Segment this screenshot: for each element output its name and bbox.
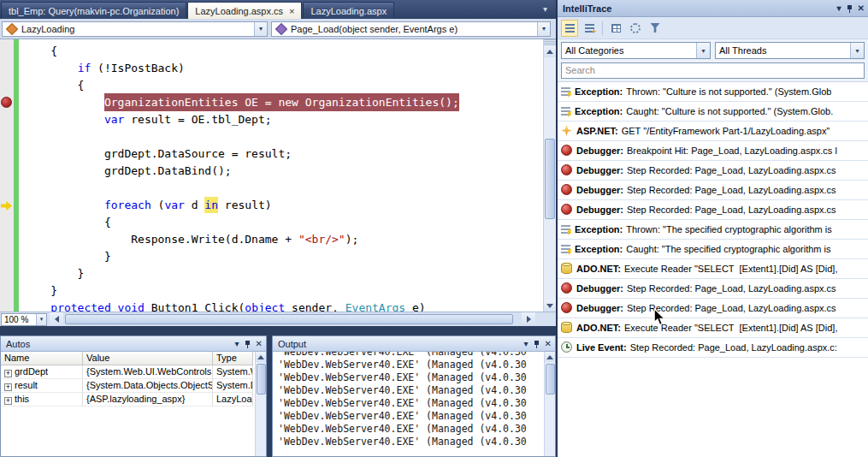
event-row[interactable]: Debugger:Step Recorded: Page_Load, LazyL…	[558, 181, 868, 200]
code-line[interactable]: foreach (var d in result)	[24, 197, 543, 214]
expander-icon[interactable]: +	[4, 397, 12, 405]
breakpoint-icon[interactable]	[1, 97, 12, 108]
output-vertical-scrollbar[interactable]	[544, 352, 555, 456]
autos-row[interactable]: +this{ASP.lazyloading_aspx}LazyLoad	[1, 393, 266, 407]
chevron-down-icon[interactable]: ▾	[537, 22, 550, 36]
show-calls-button[interactable]	[581, 20, 598, 37]
chevron-down-icon[interactable]: ▾	[696, 43, 710, 58]
document-tab[interactable]: LazyLoading.aspx.cs×	[187, 2, 302, 19]
scroll-up-button[interactable]	[545, 352, 555, 362]
expander-icon[interactable]: +	[4, 370, 12, 377]
code-line[interactable]: {	[24, 77, 543, 94]
code-line[interactable]	[24, 128, 543, 145]
autos-title-bar[interactable]: Autos ▾ ✕	[1, 336, 266, 352]
chevron-down-icon[interactable]: ▾	[850, 43, 864, 58]
code-line[interactable]: if (!IsPostBack)	[24, 60, 543, 77]
autos-column-header[interactable]: Value	[83, 352, 213, 365]
scroll-right-button[interactable]	[522, 312, 535, 326]
scroll-down-button[interactable]	[544, 300, 556, 312]
code-line[interactable]: }	[24, 265, 543, 282]
event-row[interactable]: ASP.NET:GET "/EntityFramework Part-1/Laz…	[558, 122, 868, 141]
code-line[interactable]: {	[24, 43, 543, 60]
scroll-left-button[interactable]	[50, 312, 63, 326]
event-row[interactable]: Exception:Caught: "The specified cryptog…	[558, 240, 868, 259]
autos-row[interactable]: +result{System.Data.Objects.ObjectSSyste…	[1, 379, 266, 393]
code-text: {	[24, 45, 57, 57]
splitter-grip[interactable]	[544, 39, 556, 45]
pin-icon[interactable]	[245, 340, 251, 348]
scrollbar-thumb[interactable]	[546, 364, 555, 395]
code-editor[interactable]: { if (!IsPostBack) { OrganizationEntitie…	[0, 39, 556, 312]
code-line[interactable]	[24, 180, 543, 197]
code-lines[interactable]: { if (!IsPostBack) { OrganizationEntitie…	[19, 39, 543, 312]
event-row[interactable]: Debugger:Step Recorded: Page_Load, LazyL…	[558, 200, 868, 220]
event-text: Thrown: "The specified cryptographic alg…	[626, 224, 832, 234]
event-text: Breakpoint Hit: Page_Load, LazyLoading.a…	[627, 145, 837, 156]
chevron-down-icon[interactable]: ▾	[254, 22, 267, 36]
scrollbar-thumb[interactable]	[65, 314, 513, 324]
output-line: 'WebDev.WebServer40.EXE' (Managed (v4.0.…	[278, 384, 544, 397]
zoom-dropdown[interactable]: 100 % ▾	[1, 313, 47, 326]
code-line[interactable]: grdDept.DataBind();	[24, 163, 543, 180]
filter-button[interactable]	[647, 20, 664, 37]
intellitrace-title-bar[interactable]: IntelliTrace ▾ ✕	[558, 0, 868, 17]
event-row[interactable]: Live Event:Step Recorded: Page_Load, Laz…	[558, 338, 868, 358]
settings-button[interactable]	[627, 20, 644, 37]
types-dropdown-value: LazyLoading	[21, 24, 74, 34]
scrollbar-thumb[interactable]	[545, 139, 555, 219]
tab-overflow-chevron-icon[interactable]: ▾	[543, 4, 547, 14]
close-tab-icon[interactable]: ×	[289, 7, 294, 15]
code-line[interactable]: }	[24, 282, 543, 300]
pin-icon[interactable]	[534, 340, 540, 348]
output-body[interactable]: 'WebDev.WebServer40.EXE' (Managed (v4.0.…	[273, 352, 544, 456]
code-line[interactable]: OrganizationEntities OE = new Organizati…	[24, 94, 543, 111]
document-tab[interactable]: tbl_Emp: Query(makvin-pc.Organization)	[1, 2, 186, 19]
autos-column-header[interactable]: Type	[213, 352, 253, 365]
event-row[interactable]: Exception:Caught: "Culture is not suppor…	[558, 102, 868, 122]
code-line[interactable]: {	[24, 214, 543, 231]
close-icon[interactable]: ✕	[545, 339, 552, 348]
code-line[interactable]: }	[24, 248, 543, 265]
autos-column-header[interactable]: Name	[1, 352, 83, 365]
close-icon[interactable]: ✕	[858, 3, 865, 13]
code-line[interactable]: grdDept.DataSource = result;	[24, 145, 543, 163]
scrollbar-track[interactable]	[63, 312, 522, 326]
scroll-up-button[interactable]	[544, 45, 556, 57]
event-row[interactable]: Debugger:Step Recorded: Page_Load, LazyL…	[558, 299, 868, 318]
code-line[interactable]: protected void Button1_Click(object send…	[24, 300, 543, 312]
close-icon[interactable]: ✕	[256, 339, 263, 348]
code-line[interactable]: Response.Write(d.Dname + "<br/>");	[24, 231, 543, 248]
intellitrace-filters: All Categories ▾ All Threads ▾	[558, 39, 868, 61]
scrollbar-track[interactable]	[544, 57, 556, 300]
chevron-down-icon[interactable]: ▾	[837, 3, 841, 13]
show-events-button[interactable]	[561, 20, 578, 37]
scroll-up-button[interactable]	[256, 352, 266, 362]
event-row[interactable]: ADO.NET:Execute Reader "SELECT [Extent1]…	[558, 318, 868, 338]
expander-icon[interactable]: +	[4, 383, 12, 391]
types-dropdown[interactable]: LazyLoading ▾	[2, 21, 268, 37]
code-text	[24, 113, 104, 126]
event-row[interactable]: ADO.NET:Execute Reader "SELECT [Extent1]…	[558, 259, 868, 279]
breakpoint-margin[interactable]	[0, 39, 14, 312]
category-filter-dropdown[interactable]: All Categories ▾	[561, 42, 711, 59]
thread-filter-dropdown[interactable]: All Threads ▾	[715, 42, 865, 59]
document-tab[interactable]: LazyLoading.aspx	[303, 2, 394, 19]
chevron-down-icon[interactable]: ▾	[524, 339, 528, 348]
scrollbar-thumb[interactable]	[257, 364, 266, 395]
chevron-down-icon[interactable]: ▾	[235, 339, 239, 348]
search-input[interactable]	[561, 62, 865, 79]
autos-row[interactable]: +grdDept{System.Web.UI.WebControlsSystem…	[1, 365, 266, 379]
event-row[interactable]: Debugger:Step Recorded: Page_Load, LazyL…	[558, 161, 868, 181]
editor-vertical-scrollbar[interactable]	[543, 39, 556, 312]
code-line[interactable]: var result = OE.tbl_Dept;	[24, 111, 543, 128]
event-row[interactable]: Debugger:Step Recorded: Page_Load, LazyL…	[558, 279, 868, 299]
event-row[interactable]: Exception:Thrown: "The specified cryptog…	[558, 220, 868, 240]
chevron-down-icon[interactable]: ▾	[36, 314, 46, 325]
pin-icon[interactable]	[847, 4, 853, 13]
event-row[interactable]: Exception:Thrown: "Culture is not suppor…	[558, 82, 868, 102]
save-log-button[interactable]	[607, 20, 624, 37]
members-dropdown[interactable]: Page_Load(object sender, EventArgs e) ▾	[271, 21, 551, 37]
autos-vertical-scrollbar[interactable]	[255, 352, 266, 456]
output-title-bar[interactable]: Output ▾ ✕	[273, 336, 555, 352]
event-row[interactable]: Debugger:Breakpoint Hit: Page_Load, Lazy…	[558, 141, 868, 161]
